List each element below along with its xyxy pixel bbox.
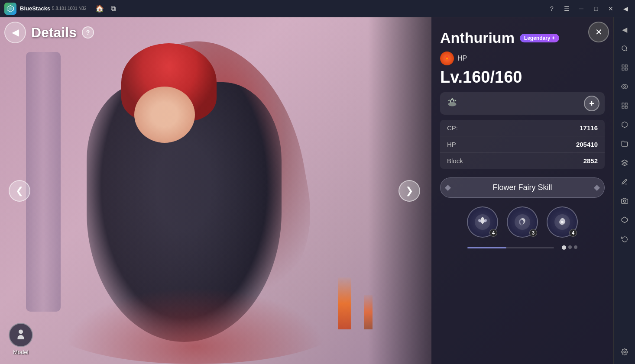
- top-nav: ◀ Details ?: [4, 22, 94, 43]
- hp-label: HP: [447, 141, 456, 148]
- svg-rect-5: [622, 68, 624, 70]
- cp-label: CP:: [447, 124, 458, 132]
- flower-fairy-skill-button[interactable]: Flower Fairy Skill: [440, 177, 605, 198]
- window-controls: ? ☰ ─ □ ✕ ◀: [547, 3, 631, 14]
- svg-point-7: [624, 86, 625, 87]
- maximize-control[interactable]: □: [591, 3, 601, 14]
- skill-icon-3-wrap: 4: [547, 206, 578, 238]
- close-control[interactable]: ✕: [606, 3, 616, 14]
- scroll-indicator-row: [440, 245, 605, 250]
- svg-point-21: [561, 221, 564, 223]
- svg-point-17: [448, 102, 456, 106]
- svg-marker-14: [622, 217, 627, 222]
- stat-row-block: Block 2852: [440, 153, 605, 169]
- sidebar-btn-refresh[interactable]: [617, 231, 632, 247]
- sidebar-btn-eye[interactable]: [617, 79, 632, 94]
- app-name: BlueStacks: [20, 5, 50, 12]
- skill-button-label: Flower Fairy Skill: [492, 183, 552, 192]
- sidebar-btn-grid[interactable]: [617, 98, 632, 113]
- sidebar-btn-folder[interactable]: [617, 136, 632, 151]
- flower-icon: [445, 96, 459, 111]
- back-button[interactable]: ◀: [4, 22, 26, 43]
- svg-point-16: [19, 330, 23, 334]
- stat-row-cp: CP: 17116: [440, 120, 605, 136]
- svg-point-19: [515, 214, 530, 230]
- character-type-row: HP: [440, 52, 605, 65]
- bluestacks-logo: [4, 3, 16, 15]
- nav-right-button[interactable]: ❯: [398, 180, 420, 202]
- titlebar-nav-icons: 🏠 ⧉: [95, 4, 116, 13]
- sidebar-btn-diamond[interactable]: [617, 212, 632, 228]
- sidebar-btn-layers[interactable]: [617, 155, 632, 171]
- help-control[interactable]: ?: [547, 3, 557, 14]
- candle-2: [364, 295, 373, 329]
- skill-icons-row: 4 3: [440, 206, 605, 238]
- sidebar-arrow[interactable]: ◀: [620, 3, 631, 14]
- block-value: 2852: [583, 157, 598, 164]
- svg-rect-3: [622, 65, 624, 67]
- titlebar: BlueStacks 5.8.101.1001 N32 🏠 ⧉ ? ☰ ─ □ …: [0, 0, 635, 17]
- page-title: Details: [31, 25, 77, 41]
- block-label: Block: [447, 157, 463, 164]
- diamond-left-icon: [445, 184, 451, 190]
- scroll-dot-1: [562, 245, 566, 250]
- model-icon-circle: [9, 323, 33, 347]
- menu-control[interactable]: ☰: [561, 3, 572, 14]
- svg-point-2: [622, 46, 627, 51]
- hp-value: 205410: [576, 141, 598, 148]
- add-flower-button[interactable]: +: [584, 96, 599, 111]
- sidebar-btn-camera[interactable]: [617, 193, 632, 209]
- app-version: 5.8.101.1001 N32: [52, 6, 87, 11]
- sidebar-btn-settings[interactable]: [617, 344, 632, 360]
- type-icon: [440, 52, 454, 65]
- help-button[interactable]: ?: [82, 26, 94, 39]
- svg-rect-10: [622, 106, 624, 108]
- bluestacks-sidebar: ◀: [613, 17, 635, 364]
- svg-point-13: [623, 200, 625, 202]
- svg-rect-6: [625, 68, 627, 70]
- skill-icon-2-wrap: 3: [507, 206, 538, 238]
- character-type: HP: [457, 55, 467, 62]
- scroll-track: [467, 247, 554, 248]
- svg-rect-4: [625, 65, 627, 67]
- svg-marker-12: [622, 160, 627, 163]
- svg-rect-11: [625, 106, 627, 108]
- svg-marker-1: [9, 6, 13, 10]
- stat-row-hp: HP 205410: [440, 136, 605, 153]
- candle-1: [338, 277, 351, 329]
- character-name-row: Anthurium Legendary +: [440, 29, 605, 46]
- model-button[interactable]: Model: [9, 323, 33, 355]
- close-game-button[interactable]: ✕: [588, 22, 609, 42]
- home-icon[interactable]: 🏠: [95, 4, 104, 13]
- sidebar-btn-search[interactable]: [617, 41, 632, 56]
- nav-left-button[interactable]: ❮: [9, 180, 30, 202]
- skill-2-level: 3: [529, 229, 537, 237]
- minimize-control[interactable]: ─: [576, 3, 586, 14]
- diamond-right-icon: [594, 184, 600, 190]
- skill-icon-1-wrap: 4: [467, 206, 498, 238]
- game-area: ◀ Details ? ✕ ❮ ❯ Model Anthurium Legend…: [0, 17, 613, 364]
- layers-icon[interactable]: ⧉: [111, 5, 116, 13]
- rarity-badge: Legendary +: [520, 34, 559, 42]
- character-level: Lv.160/160: [440, 69, 605, 85]
- scroll-dots: [562, 245, 577, 250]
- character-name: Anthurium: [440, 29, 515, 46]
- detail-panel: Anthurium Legendary + HP Lv.160/160: [431, 17, 613, 364]
- sidebar-btn-pen[interactable]: [617, 174, 632, 190]
- svg-point-15: [624, 351, 625, 353]
- scroll-dot-3: [574, 245, 577, 249]
- scroll-progress: [467, 247, 506, 248]
- sidebar-btn-expand[interactable]: ◀: [617, 22, 632, 37]
- flower-row: +: [440, 92, 605, 115]
- skill-1-level: 4: [489, 229, 497, 237]
- sidebar-btn-home[interactable]: [617, 60, 632, 75]
- svg-rect-8: [622, 103, 624, 105]
- scroll-dot-2: [568, 245, 572, 249]
- model-label: Model: [13, 349, 28, 355]
- stats-table: CP: 17116 HP 205410 Block 2852: [440, 120, 605, 169]
- skill-3-level: 4: [569, 229, 577, 237]
- cp-value: 17116: [580, 124, 598, 132]
- svg-rect-9: [625, 103, 627, 105]
- sidebar-btn-apk[interactable]: [617, 117, 632, 132]
